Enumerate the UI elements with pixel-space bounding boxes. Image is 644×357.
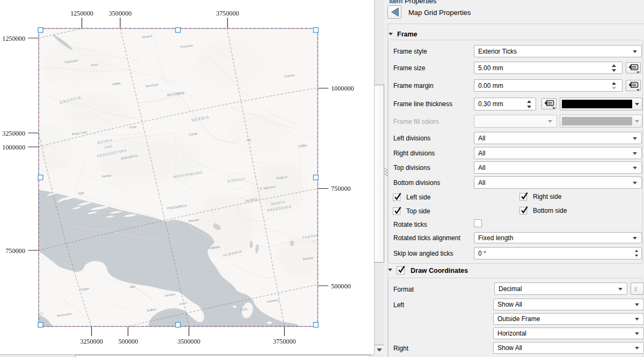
svg-text:3750000: 3750000 [273,338,296,345]
svg-text:1250000: 1250000 [2,35,25,42]
svg-text:3750000: 3750000 [216,10,239,17]
svg-text:750000: 750000 [5,247,25,255]
svg-text:500000: 500000 [331,282,351,290]
svg-text:3250000: 3250000 [2,130,25,137]
svg-text:1250000: 1250000 [70,10,93,17]
svg-text:750000: 750000 [331,185,351,192]
svg-text:1000000: 1000000 [2,144,25,151]
svg-text:3500000: 3500000 [178,338,201,345]
svg-text:500000: 500000 [119,338,138,345]
svg-text:3500000: 3500000 [109,10,132,17]
svg-text:3250000: 3250000 [80,338,103,345]
svg-text:1000000: 1000000 [331,85,354,92]
